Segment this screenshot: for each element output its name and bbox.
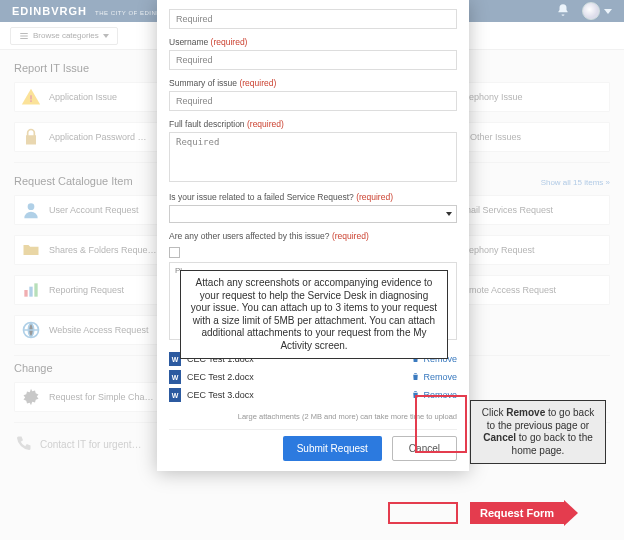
- folder-icon: [21, 240, 41, 260]
- callout-attachments: Attach any screenshots or accompanying e…: [180, 270, 448, 359]
- show-all-link[interactable]: Show all 15 items »: [541, 178, 610, 187]
- browse-label: Browse categories: [33, 31, 99, 40]
- summary-input[interactable]: Required: [169, 91, 457, 111]
- card-label: Reporting Request: [49, 285, 124, 295]
- attachment-size-note: Large attachments (2 MB and more) can ta…: [169, 412, 457, 421]
- chart-icon: [21, 280, 41, 300]
- brand-logo: EDINBVRGH: [12, 5, 87, 17]
- browse-categories-button[interactable]: Browse categories: [10, 27, 118, 45]
- globe-icon: [21, 320, 41, 340]
- menu-icon: [19, 31, 29, 41]
- notifications-icon[interactable]: [556, 3, 570, 19]
- section-catalogue-title: Request Catalogue Item: [14, 175, 133, 187]
- modal-actions: Submit Request Cancel: [169, 429, 457, 471]
- trash-icon: [411, 372, 420, 383]
- gear-icon: [21, 387, 41, 407]
- card-label: Application Issue: [49, 92, 117, 102]
- summary-label: Summary of issue (required): [169, 78, 457, 88]
- lock-icon: [21, 127, 41, 147]
- others-affected-label: Are any other users affected by this iss…: [169, 231, 457, 241]
- arrow-label: Request Form: [470, 502, 564, 524]
- service-request-label: Is your issue related to a failed Servic…: [169, 192, 457, 202]
- phone-icon: [14, 435, 32, 453]
- svg-rect-3: [24, 290, 27, 297]
- warning-icon: [21, 87, 41, 107]
- avatar-icon: [582, 2, 600, 20]
- chevron-down-icon: [604, 9, 612, 14]
- svg-rect-5: [34, 283, 37, 296]
- submit-request-button[interactable]: Submit Request: [283, 436, 382, 461]
- document-icon: W: [169, 388, 181, 402]
- username-label: Username (required): [169, 37, 457, 47]
- card-label: Shares & Folders Reque…: [49, 245, 157, 255]
- full-description-label: Full fault description (required): [169, 119, 457, 129]
- chevron-down-icon: [446, 212, 452, 216]
- svg-point-1: [28, 203, 35, 210]
- card-label: Remote Access Request: [458, 285, 557, 295]
- attachment-item: W CEC Test 2.docx Remove: [169, 368, 457, 386]
- card-label: Website Access Request: [49, 325, 148, 335]
- checkbox-icon: [169, 247, 180, 258]
- card-label: Application Password …: [49, 132, 147, 142]
- remove-attachment-link[interactable]: Remove: [411, 372, 457, 383]
- attachment-item: W CEC Test 3.docx Remove: [169, 386, 457, 404]
- attachment-name: CEC Test 3.docx: [187, 390, 254, 400]
- full-description-input[interactable]: Required: [169, 132, 457, 182]
- card-label: User Account Request: [49, 205, 139, 215]
- others-affected-checkbox[interactable]: [169, 247, 457, 258]
- arrow-right-icon: [564, 500, 578, 526]
- card-label: Telephony Request: [458, 245, 535, 255]
- card-label: Request for Simple Cha…: [49, 392, 154, 402]
- highlight-remove-links: [415, 395, 467, 453]
- request-form-arrow: Request Form: [470, 500, 578, 526]
- document-icon: W: [169, 370, 181, 384]
- service-request-select[interactable]: [169, 205, 457, 223]
- field-top[interactable]: Required: [169, 9, 457, 29]
- chevron-down-icon: [103, 34, 109, 38]
- highlight-cancel-button: [388, 502, 458, 524]
- contact-label: Contact IT for urgent…: [40, 439, 142, 450]
- card-label: Email Services Request: [458, 205, 554, 215]
- svg-rect-4: [29, 287, 32, 297]
- user-icon: [21, 200, 41, 220]
- callout-remove-cancel: Click Remove to go back to the previous …: [470, 400, 606, 464]
- username-input[interactable]: Required: [169, 50, 457, 70]
- user-menu[interactable]: [582, 2, 612, 20]
- attachment-name: CEC Test 2.docx: [187, 372, 254, 382]
